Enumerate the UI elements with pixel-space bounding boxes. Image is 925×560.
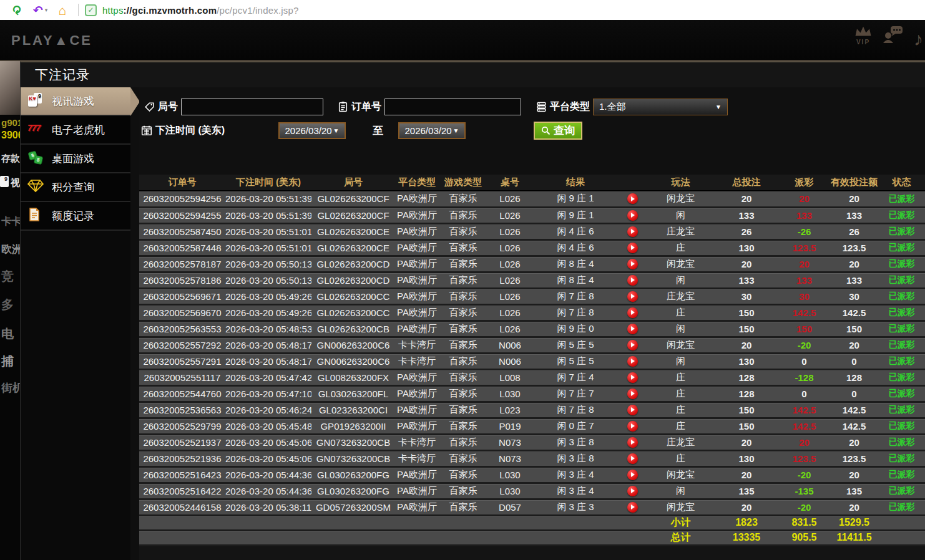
replay-cell [619,223,646,239]
payout-cell: 30 [778,288,831,304]
valid-bet-cell: 123.5 [831,450,878,466]
valid-bet-cell: 128 [831,369,878,385]
table-no-cell: L030 [487,385,532,402]
valid-bet-cell: 30 [831,288,878,304]
play-video-button[interactable] [627,210,638,221]
play-video-button[interactable] [627,193,638,204]
play-video-button[interactable] [627,324,638,334]
result-cell: 闲 7 庄 8 [532,288,619,304]
table-no-cell: L023 [487,402,532,418]
payout-cell: 142.5 [778,402,831,418]
result-cell: 闲 9 庄 1 [532,207,619,223]
round-cell: GN006263200C6 [311,353,395,369]
address-url[interactable]: https://gci.mzvmotrh.com/pc/pcv1/index.j… [102,5,299,16]
bet-type-cell: 庄龙宝 [646,223,715,239]
round-cell: GL026263200CB [311,321,395,337]
search-label: 查询 [554,123,575,138]
play-video-button[interactable] [627,486,638,496]
platform-cell: PA欧洲厅 [395,369,439,385]
order-cell: 260320052544760 [139,385,225,402]
bet-type-cell: 闲龙宝 [646,499,715,515]
refresh-icon[interactable]: ⟳ [11,5,22,15]
status-cell: 已派彩 [878,385,925,402]
play-video-button[interactable] [627,372,638,383]
home-icon[interactable]: ⌂ [58,4,66,17]
sidebar-item-credit-records[interactable]: 额度记录 [21,202,130,231]
valid-bet-cell: 0 [831,353,878,369]
play-video-button[interactable] [627,275,638,286]
column-header: 派彩 [778,175,831,191]
play-video-button[interactable] [627,437,638,448]
game-cell: 百家乐 [439,402,487,418]
column-header [619,175,646,191]
order-cell: 260320052563553 [139,321,225,337]
play-video-button[interactable] [627,340,638,350]
round-cell: GL008263200FX [311,369,395,385]
background-fragment: 卡卡 [1,215,20,228]
play-video-button[interactable] [627,502,638,513]
play-video-button[interactable] [627,453,638,464]
sidebar-item-slots[interactable]: 777 电子老虎机 [21,116,130,145]
table-row: 2603200525696712026-03-20 05:49:26GL0262… [139,288,925,304]
customer-service-button[interactable] [883,25,904,46]
table-no-cell: N006 [487,353,532,369]
table-row: 2603200525874482026-03-20 05:51:01GL0262… [139,239,925,256]
order-cell: 260320052587448 [139,239,225,256]
order-cell: 260320052594256 [139,191,225,207]
platform-selected-value: 1.全部 [599,101,626,113]
search-button[interactable]: 查询 [534,122,582,140]
undo-dropdown-caret[interactable]: ▾ [45,7,48,13]
game-cell: 百家乐 [439,239,487,256]
play-video-button[interactable] [627,421,638,432]
payout-cell: 0 [778,353,831,369]
play-video-button[interactable] [627,291,638,302]
date-to-select[interactable]: 2026/03/20 ▼ [398,122,466,139]
sidebar-item-points[interactable]: 积分查询 [21,173,130,202]
play-video-button[interactable] [627,259,638,269]
play-video-button[interactable] [627,405,638,415]
points-gem-icon [27,179,46,195]
slot-777-icon: 777 [27,122,46,138]
vip-button[interactable]: VIP [854,25,873,46]
replay-cell [619,288,646,304]
replay-cell [619,499,646,515]
play-video-button[interactable] [627,243,638,253]
bet-type-cell: 闲龙宝 [646,466,715,483]
result-cell: 闲 7 庄 8 [532,402,619,418]
status-cell: 已派彩 [878,191,925,207]
game-cell: 百家乐 [439,191,487,207]
payout-cell: 142.5 [778,418,831,434]
date-from-select[interactable]: 2026/03/20 ▼ [278,122,346,139]
sidebar-item-table-games[interactable]: 桌面游戏 [21,145,130,173]
background-fragment: 街机 [1,380,20,395]
page-title: 下注记录 [21,62,925,87]
round-label: 局号 [158,100,178,113]
column-header: 下注时间 (美东) [225,175,311,191]
time-cell: 2026-03-20 05:45:06 [225,450,311,466]
platform-select[interactable]: 1.全部 ▼ [593,99,728,115]
undo-icon[interactable]: ↶ [33,4,43,16]
play-video-button[interactable] [627,307,638,318]
time-cell: 2026-03-20 05:45:48 [225,418,311,434]
music-icon[interactable]: ♪ [914,29,925,50]
table-no-cell: L030 [487,483,532,499]
time-cell: 2026-03-20 05:46:24 [225,402,311,418]
play-video-button[interactable] [627,470,638,480]
order-input[interactable] [384,99,521,115]
background-fragment: 视 [11,177,20,189]
secure-shield-icon[interactable]: ✓ [85,4,97,16]
play-video-button[interactable] [627,356,638,367]
time-cell: 2026-03-20 05:45:06 [225,434,311,450]
sidebar-item-video-games[interactable]: 9K♥ 视讯游戏 [21,87,130,116]
round-input[interactable] [181,99,323,115]
column-header: 桌号 [487,175,532,191]
bet-type-cell: 庄龙宝 [646,288,715,304]
platform-cell: PA欧洲厅 [395,191,439,207]
play-video-button[interactable] [627,226,638,237]
table-no-cell: D057 [487,499,532,515]
round-cell: GL023263200CI [311,402,395,418]
round-cell: GN073263200CB [311,450,395,466]
game-cell: 百家乐 [439,223,487,239]
play-video-button[interactable] [627,389,638,399]
round-cell: GL026263200CD [311,256,395,272]
